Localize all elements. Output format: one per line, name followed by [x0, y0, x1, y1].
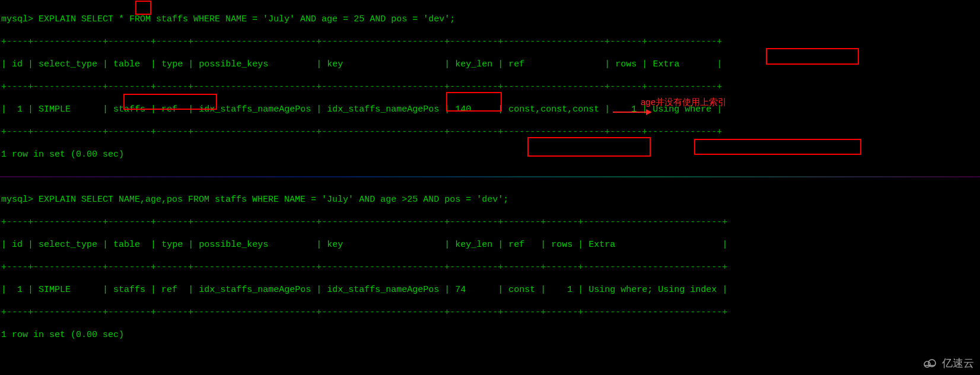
- query1-footer: 1 row in set (0.00 sec): [1, 149, 979, 160]
- table2-border-bot: +----+-------------+--------+------+----…: [1, 307, 979, 318]
- watermark-text: 亿速云: [942, 356, 974, 370]
- query2-cols: NAME,age,pos: [119, 195, 183, 205]
- annotation-text: age并没有使用上索引: [641, 96, 727, 107]
- table2-border-mid: +----+-------------+--------+------+----…: [1, 262, 979, 273]
- table1-border-top: +----+-------------+--------+------+----…: [1, 36, 979, 47]
- cloud-icon: [922, 357, 938, 369]
- query1-line: mysql> EXPLAIN SELECT * FROM staffs WHER…: [1, 14, 979, 25]
- table2-border-top: +----+-------------+--------+------+----…: [1, 217, 979, 228]
- query2-line: mysql> EXPLAIN SELECT NAME,age,pos FROM …: [1, 194, 979, 205]
- table1-row: | 1 | SIMPLE | staffs | ref | idx_staffs…: [1, 104, 979, 115]
- table1-header: | id | select_type | table | type | poss…: [1, 59, 979, 70]
- table2-row: | 1 | SIMPLE | staffs | ref | idx_staffs…: [1, 284, 979, 295]
- query2-footer: 1 row in set (0.00 sec): [1, 329, 979, 341]
- watermark: 亿速云: [922, 356, 974, 370]
- table2-extra: Using where; Using index: [588, 285, 717, 295]
- terminal[interactable]: mysql> EXPLAIN SELECT * FROM staffs WHER…: [0, 0, 980, 375]
- highlight-star: [135, 1, 151, 15]
- table1-border-bot: +----+-------------+--------+------+----…: [1, 126, 979, 138]
- table2-header: | id | select_type | table | type | poss…: [1, 239, 979, 250]
- query2-age: age >25: [380, 195, 418, 205]
- query1-star: *: [119, 14, 124, 24]
- table1-border-mid: +----+-------------+--------+------+----…: [1, 81, 979, 93]
- svg-point-0: [924, 361, 930, 367]
- artifact-strip-1: [0, 176, 980, 177]
